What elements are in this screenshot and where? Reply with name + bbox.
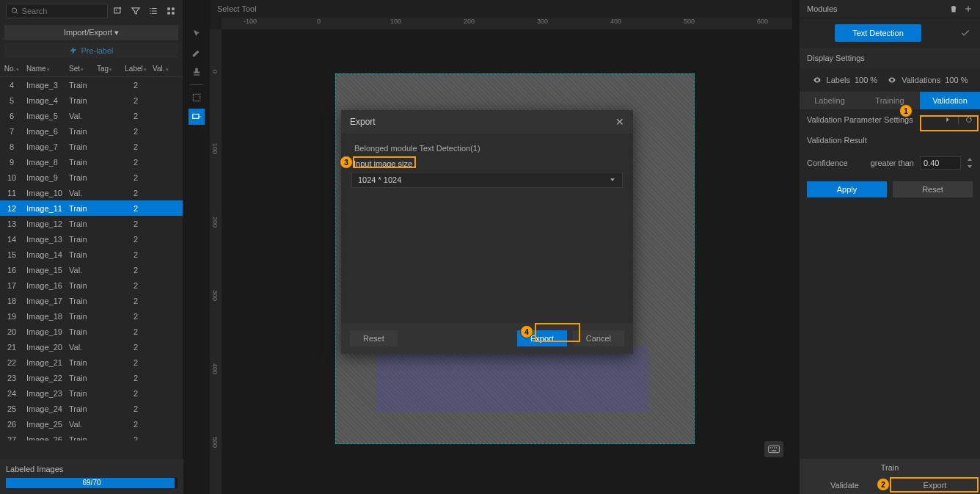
tab-labeling[interactable]: Labeling (800, 92, 860, 109)
labeled-section: Labeled Images 69/70 (0, 459, 183, 494)
table-row[interactable]: 20Image_19Train2 (0, 324, 183, 339)
table-header: No.▾ Name▾ Set▾ Tag▾ Label▾ Val.▾ (0, 61, 183, 77)
tab-validation[interactable]: Validation (920, 92, 980, 109)
train-button[interactable]: Train (800, 459, 980, 476)
table-row[interactable]: 24Image_23Train2 (0, 385, 183, 401)
tool-toolbar (188, 18, 205, 125)
modules-title: Modules (807, 4, 838, 13)
pointer-tool[interactable] (189, 26, 205, 42)
callout-3: 3 (340, 156, 353, 169)
progress-text: 69/70 (6, 478, 178, 488)
confidence-row: Confidence greater than (800, 150, 980, 175)
stepper-icon[interactable] (967, 158, 973, 168)
header-val[interactable]: Val.▾ (150, 63, 172, 74)
image-add-icon[interactable] (112, 5, 124, 17)
table-row[interactable]: 4Image_3Train2 (0, 77, 183, 92)
search-icon (11, 7, 19, 15)
header-no[interactable]: No.▾ (0, 63, 23, 74)
input-size-label: Input image size (351, 159, 414, 169)
table-row[interactable]: 13Image_12Train2 (0, 216, 183, 231)
table-row[interactable]: 9Image_8Train2 (0, 154, 183, 170)
table-row[interactable]: 11Image_10Val.2 (0, 185, 183, 200)
table-row[interactable]: 8Image_7Train2 (0, 139, 183, 154)
reset-button[interactable]: Reset (893, 181, 973, 197)
sequence-tool[interactable] (189, 109, 205, 125)
keyboard-icon[interactable] (764, 441, 783, 457)
table-row[interactable]: 21Image_20Val.2 (0, 339, 183, 355)
table-row[interactable]: 17Image_16Train2 (0, 277, 183, 293)
image-table: 4Image_3Train25Image_4Train26Image_5Val.… (0, 77, 183, 440)
svg-rect-3 (172, 7, 175, 10)
marquee-tool[interactable] (189, 90, 205, 106)
svg-rect-10 (772, 447, 772, 448)
header-name[interactable]: Name▾ (23, 63, 66, 74)
greater-than-label: greater than (871, 159, 914, 167)
confidence-label: Confidence (807, 159, 865, 167)
callout-1: 1 (899, 104, 913, 117)
svg-rect-6 (193, 94, 200, 101)
dialog-reset-button[interactable]: Reset (350, 330, 398, 346)
chevron-right-icon[interactable] (944, 116, 951, 123)
left-panel: Import/Export ▾ Pre-label No.▾ Name▾ Set… (0, 0, 183, 494)
table-row[interactable]: 26Image_25Val.2 (0, 416, 183, 432)
header-set[interactable]: Set▾ (66, 63, 94, 74)
table-row[interactable]: 10Image_9Train2 (0, 170, 183, 185)
svg-rect-7 (193, 115, 199, 119)
bolt-icon (69, 46, 78, 55)
validation-params-header[interactable]: Validation Parameter Settings | (800, 109, 980, 130)
table-row[interactable]: 27Image_26Train2 (0, 432, 183, 440)
stamp-tool[interactable] (189, 64, 205, 80)
svg-rect-8 (769, 446, 780, 452)
table-row[interactable]: 18Image_17Train2 (0, 293, 183, 308)
table-row[interactable]: 5Image_4Train2 (0, 92, 183, 108)
svg-rect-5 (172, 12, 175, 15)
ruler-horizontal: -1000100200300400500600 (222, 18, 792, 29)
plus-icon[interactable] (964, 4, 973, 13)
search-box[interactable] (6, 4, 108, 18)
input-size-select[interactable]: 1024 * 1024 (351, 172, 623, 188)
svg-rect-11 (774, 447, 775, 448)
validation-result-header: Validation Result (800, 130, 980, 150)
mode-tabs: Labeling Training Validation (800, 92, 980, 109)
filter-icon[interactable] (130, 5, 142, 17)
table-row[interactable]: 12Image_11Train2 (0, 200, 183, 216)
callout-2: 2 (877, 478, 890, 491)
table-row[interactable]: 7Image_6Train2 (0, 123, 183, 139)
table-row[interactable]: 6Image_5Val.2 (0, 108, 183, 123)
table-row[interactable]: 22Image_21Train2 (0, 355, 183, 370)
right-panel: Modules Text Detection Display Settings … (800, 0, 980, 494)
search-input[interactable] (22, 7, 103, 15)
module-chip[interactable]: Text Detection (835, 24, 921, 42)
trash-icon[interactable] (949, 4, 958, 13)
callout-4: 4 (520, 325, 533, 338)
pre-label-button[interactable]: Pre-label (4, 43, 178, 58)
grid-icon[interactable] (165, 5, 177, 17)
check-icon[interactable] (957, 28, 974, 38)
svg-rect-13 (772, 450, 777, 451)
header-tag[interactable]: Tag▾ (94, 63, 122, 74)
dialog-cancel-button[interactable]: Cancel (573, 330, 624, 346)
apply-button[interactable]: Apply (807, 181, 887, 197)
dialog-module-text: Belonged module Text Detection(1) (351, 144, 623, 153)
export-button[interactable]: Export (890, 476, 980, 494)
header-label[interactable]: Label▾ (122, 63, 150, 74)
import-export-button[interactable]: Import/Export ▾ (4, 25, 178, 40)
export-dialog: Export ✕ Belonged module Text Detection(… (341, 110, 633, 354)
table-row[interactable]: 19Image_18Train2 (0, 308, 183, 324)
table-row[interactable]: 14Image_13Train2 (0, 231, 183, 247)
refresh-icon[interactable] (965, 116, 973, 123)
svg-rect-2 (167, 7, 170, 10)
svg-rect-12 (776, 447, 777, 448)
close-icon[interactable]: ✕ (615, 116, 624, 128)
table-row[interactable]: 15Image_14Train2 (0, 247, 183, 262)
confidence-input[interactable] (920, 156, 961, 170)
dialog-title: Export (350, 117, 376, 127)
progress-bar: 69/70 (6, 478, 178, 488)
table-row[interactable]: 16Image_15Val.2 (0, 262, 183, 277)
edit-tool[interactable] (189, 45, 205, 61)
validations-toggle[interactable]: Validations 100 % (887, 76, 968, 84)
labels-toggle[interactable]: Labels 100 % (812, 76, 878, 84)
list-icon[interactable] (147, 5, 159, 17)
table-row[interactable]: 25Image_24Train2 (0, 401, 183, 416)
table-row[interactable]: 23Image_22Train2 (0, 370, 183, 385)
